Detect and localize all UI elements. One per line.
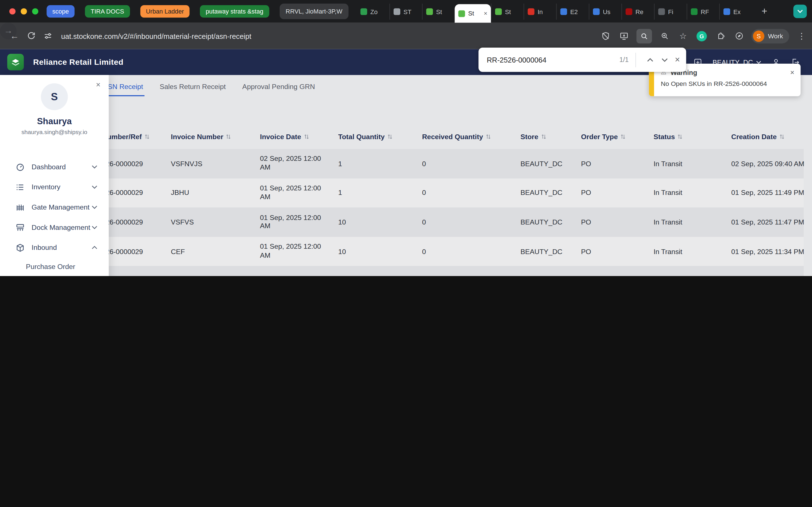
table-row[interactable]: RR-2526-0000029VSFVS01 Sep, 2025 12:00 A… [31, 208, 804, 237]
browser-tab[interactable]: Ex [719, 4, 752, 20]
browser-tab-wide[interactable]: RRVL, JioMart-3P,W [280, 4, 349, 19]
company-name: Reliance Retail Limited [33, 57, 123, 67]
close-icon: × [96, 80, 100, 89]
leaf-icon [735, 32, 744, 40]
table-row[interactable]: RR-2526-0000026z10 Jul, 2025 12:00 AM10B… [31, 266, 804, 276]
browser-tab[interactable]: Us [589, 4, 622, 20]
sidebar-item-label: Gate Management [32, 203, 89, 211]
find-previous-button[interactable] [643, 52, 657, 67]
zoom-window-button[interactable] [32, 8, 38, 14]
site-controls-button[interactable] [40, 27, 56, 44]
column-header-store[interactable]: Store [520, 133, 581, 140]
cell-invoice-date: 01 Sep, 2025 12:00 AM [260, 184, 338, 202]
find-close-button[interactable]: × [675, 55, 680, 65]
main-tabs: ASN ReceiptSales Return ReceiptApproval … [101, 80, 317, 96]
grammarly-extension-button[interactable]: G [696, 30, 708, 42]
find-query-input[interactable]: RR-2526-0000064 [487, 55, 547, 64]
column-header-invoice-number[interactable]: Invoice Number [171, 133, 260, 140]
minimize-window-button[interactable] [20, 8, 27, 14]
sidebar-subitem-purchase-order[interactable]: Purchase Order [0, 258, 109, 276]
sidebar-item-inbound[interactable]: Inbound [0, 237, 109, 258]
column-label: Invoice Number [171, 133, 223, 140]
find-in-page-button[interactable] [637, 29, 652, 43]
tab-favicon-icon [458, 10, 465, 17]
cell-invoice-number: VSFVS [171, 218, 260, 226]
tab-group-putaway-strats-stag[interactable]: putaway strats &stag [200, 5, 269, 17]
browser-tab[interactable]: Zo [357, 4, 390, 20]
eco-extension-button[interactable] [733, 30, 745, 42]
browser-tab[interactable]: In [523, 4, 556, 20]
tab-approval-pending-grn[interactable]: Approval Pending GRN [241, 80, 317, 96]
shield-off-icon [601, 32, 610, 40]
tab-label: RRVL, JioMart-3P,W [286, 8, 342, 15]
chevron-down-icon [797, 9, 803, 13]
browser-tab[interactable]: ST [389, 4, 422, 20]
column-header-received-quantity[interactable]: Received Quantity [422, 133, 520, 140]
cell-received-quantity: 0 [422, 247, 520, 256]
url-field[interactable]: uat.stockone.com/v2/#/inbound/material-r… [61, 32, 599, 40]
sidebar-item-gate-management[interactable]: Gate Management [0, 197, 109, 217]
tab-sales-return-receipt[interactable]: Sales Return Receipt [158, 80, 227, 96]
browser-tab[interactable]: St [491, 4, 523, 20]
browser-tab[interactable]: RF [687, 4, 719, 20]
sidebar-item-label: Inbound [32, 244, 57, 251]
tab-group-scope[interactable]: scope [47, 5, 74, 17]
sidebar-item-dashboard[interactable]: Dashboard [0, 157, 109, 177]
tab-label: St [436, 8, 442, 15]
sort-icon [144, 133, 149, 140]
column-header-total-quantity[interactable]: Total Quantity [338, 133, 422, 140]
cell-creation-date: 01 Sep, 2025 11:49 PM [731, 189, 804, 197]
find-next-button[interactable] [657, 52, 672, 67]
zoom-button[interactable] [658, 30, 671, 42]
browser-tab[interactable]: St [422, 4, 455, 20]
puzzle-icon [716, 32, 725, 40]
tab-list-chevron-button[interactable] [794, 5, 807, 18]
tab-favicon-icon [626, 8, 632, 15]
tab-group-tira-docs[interactable]: TIRA DOCS [85, 5, 130, 17]
reload-button[interactable] [23, 27, 40, 44]
cell-store: BEAUTY_DC [520, 160, 581, 168]
extensions-button[interactable] [714, 30, 726, 42]
reload-icon [27, 32, 36, 40]
column-label: Received Quantity [422, 133, 483, 140]
tab-favicon-icon [528, 8, 535, 15]
browser-tab[interactable]: E2 [556, 4, 589, 20]
table-row[interactable]: RR-2526-0000029JBHU01 Sep, 2025 12:00 AM… [31, 178, 804, 208]
bookmark-button[interactable]: ☆ [677, 30, 689, 42]
table-row[interactable]: RR-2526-0000029VSFNVJS02 Sep, 2025 12:00… [31, 149, 804, 178]
browser-profile-button[interactable]: S Work [751, 29, 789, 43]
cell-creation-date: 01 Sep, 2025 11:34 PM [731, 247, 804, 256]
table-header-row: ASN Number/RefInvoice NumberInvoice Date… [31, 124, 804, 149]
back-button[interactable]: ← [6, 27, 23, 44]
sidebar-item-inventory[interactable]: Inventory [0, 177, 109, 197]
browser-menu-button[interactable]: ⋮ [798, 31, 806, 41]
window-controls [0, 8, 47, 14]
tab-label: Fi [668, 8, 673, 15]
tab-group-urban-ladder[interactable]: Urban Ladder [140, 5, 190, 17]
toast-close-button[interactable]: × [790, 68, 795, 76]
browser-tab[interactable]: Re [621, 4, 654, 20]
browser-tab-active[interactable]: St× [455, 4, 491, 23]
browser-tab-strip: scopeTIRA DOCSUrban Ladderputaway strats… [0, 0, 812, 23]
tab-favicon-icon [394, 8, 400, 15]
install-app-button[interactable] [618, 30, 630, 42]
sort-icon [304, 133, 309, 140]
new-tab-button[interactable]: + [757, 6, 771, 17]
tab-favicon-icon [426, 8, 433, 15]
column-header-invoice-date[interactable]: Invoice Date [260, 133, 338, 140]
column-header-status[interactable]: Status [654, 133, 731, 140]
tracking-protection-button[interactable] [599, 30, 612, 42]
sidebar-submenu: Purchase OrderAdvanced Shipment NoticeMa… [0, 258, 109, 276]
back-icon: ← [10, 31, 19, 41]
table-row[interactable]: RR-2526-0000029CEF01 Sep, 2025 12:00 AM1… [31, 237, 804, 266]
sidebar-item-dock-management[interactable]: Dock Management [0, 217, 109, 237]
browser-tab[interactable]: Fi [654, 4, 687, 20]
sort-icon [779, 133, 784, 140]
column-header-order-type[interactable]: Order Type [581, 133, 654, 140]
sidebar-close-button[interactable]: × [96, 80, 100, 89]
tab-label: E2 [570, 8, 578, 15]
dock-icon [15, 223, 25, 232]
tab-close-icon[interactable]: × [484, 10, 488, 17]
column-header-creation-date[interactable]: Creation Date [731, 133, 804, 140]
close-window-button[interactable] [9, 8, 15, 14]
